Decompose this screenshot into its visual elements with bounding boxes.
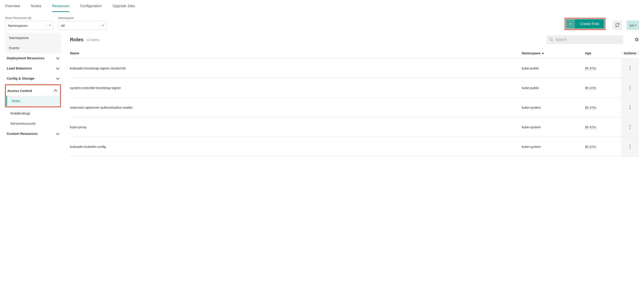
sidebar: Namespaces Events Deployment Resources L…	[5, 33, 61, 156]
caret-down-icon	[635, 25, 636, 26]
show-resources-by-label: Show Resources By	[5, 16, 54, 20]
sidebar-section-deployment-resources[interactable]: Deployment Resources	[5, 53, 61, 63]
table-row[interactable]: extension-apiserver-authentication-reade…	[70, 98, 639, 117]
column-actions: Actions	[621, 51, 639, 55]
search-icon	[549, 37, 553, 42]
cell-namespace: kube-system	[522, 145, 585, 149]
chevron-up-icon	[55, 89, 57, 92]
column-age[interactable]: Age	[585, 51, 621, 55]
table-header: Name Namespace Age Actions	[70, 48, 639, 58]
roles-table: Name Namespace Age Actions kubeadm:boots…	[70, 48, 639, 156]
kebab-menu-icon	[630, 125, 630, 129]
table-row[interactable]: kubeadm:bootstrap-signer-clusterinfokube…	[70, 58, 639, 78]
cell-name: kubeadm:bootstrap-signer-clusterinfo	[70, 66, 522, 70]
tab-upgrade-jobs[interactable]: Upgrade Jobs	[112, 4, 135, 12]
sidebar-section-access-control[interactable]: Access Control	[6, 86, 60, 96]
create-role-highlight: + Create Role	[564, 18, 606, 30]
filter-bar: Show Resources By Namespaces Namespace A…	[0, 12, 644, 33]
cell-name: system:controller:bootstrap-signer	[70, 86, 522, 90]
chevron-down-icon	[56, 77, 59, 80]
sidebar-item-roles[interactable]: Roles	[6, 96, 60, 106]
row-actions-button[interactable]	[621, 117, 639, 137]
cell-age: 3h 47m	[585, 125, 621, 129]
top-tabs: Overview Nodes Resources Configuration U…	[0, 0, 644, 12]
item-count: 13 items	[87, 38, 100, 42]
table-row[interactable]: kubeadm:kubelet-configkube-system3h 47m	[70, 137, 639, 156]
settings-button[interactable]	[634, 37, 639, 42]
sidebar-section-config-storage[interactable]: Config & Storage	[5, 73, 61, 83]
create-role-button[interactable]: + Create Role	[566, 19, 604, 29]
show-resources-by-value: Namespaces	[8, 24, 44, 27]
kebab-menu-icon	[630, 66, 630, 70]
sidebar-section-label: Access Control	[7, 89, 32, 93]
chevron-down-icon	[49, 25, 51, 26]
chevron-down-icon	[102, 25, 104, 26]
column-name[interactable]: Name	[70, 51, 522, 55]
kebab-menu-icon	[630, 105, 630, 109]
gear-icon	[634, 38, 639, 42]
sidebar-item-serviceaccounts[interactable]: ServiceAccounts	[5, 118, 61, 128]
refresh-interval-value: 1m	[629, 23, 634, 27]
cell-age: 3h 47m	[585, 105, 621, 109]
tab-overview[interactable]: Overview	[5, 4, 20, 12]
sidebar-section-label: Load Balancers	[7, 66, 32, 70]
sidebar-section-custom-resources[interactable]: Custom Resources	[5, 128, 61, 139]
plus-icon: +	[566, 19, 575, 29]
cell-name: kube-proxy	[70, 125, 522, 129]
access-control-highlight: Access Control Roles	[5, 84, 61, 107]
row-actions-button[interactable]	[621, 137, 639, 156]
namespace-value: All	[61, 24, 97, 27]
table-row[interactable]: system:controller:bootstrap-signerkube-p…	[70, 78, 639, 98]
row-actions-button[interactable]	[621, 98, 639, 117]
namespace-select[interactable]: All	[58, 21, 106, 30]
kebab-menu-icon	[630, 86, 630, 90]
show-resources-by-select[interactable]: Namespaces	[5, 21, 54, 30]
tab-configuration[interactable]: Configuration	[80, 4, 102, 12]
sidebar-section-label: Custom Resources	[7, 132, 38, 135]
sort-ascending-icon	[542, 52, 544, 54]
cell-namespace: kube-system	[522, 125, 585, 129]
page-title: Roles	[70, 37, 84, 43]
content-header: Roles 13 items	[70, 33, 639, 48]
chevron-down-icon	[56, 67, 59, 69]
namespace-group: Namespace All	[58, 16, 106, 30]
kebab-menu-icon	[630, 145, 630, 149]
svg-line-1	[552, 40, 552, 41]
sidebar-section-load-balancers[interactable]: Load Balancers	[5, 63, 61, 73]
create-role-label: Create Role	[575, 19, 604, 29]
cell-age: 3h 47m	[585, 145, 621, 149]
tab-resources[interactable]: Resources	[52, 4, 69, 12]
table-row[interactable]: kube-proxykube-system3h 47m	[70, 117, 639, 137]
sidebar-item-events[interactable]: Events	[5, 43, 61, 53]
refresh-icon	[615, 23, 620, 28]
row-actions-button[interactable]	[621, 78, 639, 97]
search-box[interactable]	[546, 35, 623, 44]
show-resources-by-group: Show Resources By Namespaces	[5, 16, 54, 30]
sidebar-section-label: Config & Storage	[7, 76, 34, 80]
refresh-button[interactable]	[613, 20, 622, 30]
column-namespace-label: Namespace	[522, 51, 540, 55]
cell-namespace: kube-public	[522, 86, 585, 90]
column-namespace[interactable]: Namespace	[522, 51, 585, 55]
sidebar-section-label: Deployment Resources	[7, 56, 44, 60]
row-actions-button[interactable]	[621, 58, 639, 78]
chevron-down-icon	[56, 132, 59, 135]
refresh-interval-button[interactable]: 1m	[627, 20, 639, 30]
namespace-label: Namespace	[58, 16, 106, 20]
cell-age: 3h 47m	[585, 66, 621, 70]
cell-namespace: kube-system	[522, 105, 585, 109]
cell-age: 3h 47m	[585, 86, 621, 90]
cell-namespace: kube-public	[522, 66, 585, 70]
search-input[interactable]	[556, 38, 620, 42]
sidebar-item-namespaces[interactable]: Namespaces	[5, 33, 61, 43]
svg-point-0	[550, 38, 552, 40]
chevron-down-icon	[56, 57, 59, 59]
tab-nodes[interactable]: Nodes	[31, 4, 41, 12]
content: Roles 13 items Name Namespace	[61, 33, 639, 156]
cell-name: kubeadm:kubelet-config	[70, 145, 522, 149]
cell-name: extension-apiserver-authentication-reade…	[70, 105, 522, 109]
sidebar-item-rolebindings[interactable]: RoleBindings	[5, 108, 61, 118]
